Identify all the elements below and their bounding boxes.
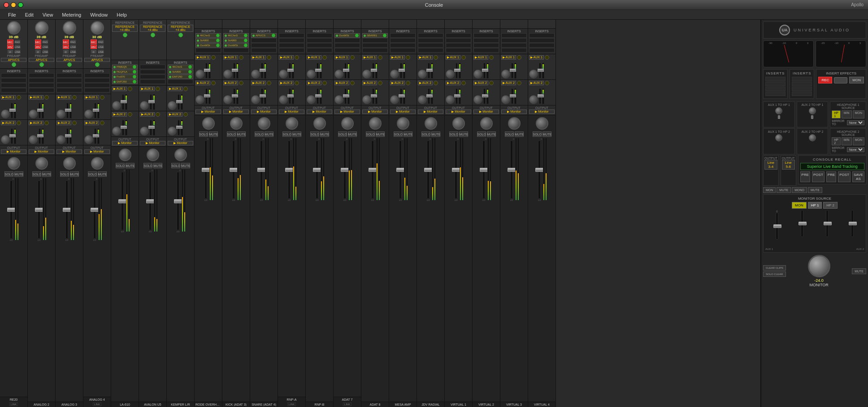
mute-button2[interactable]: MUTE (808, 187, 822, 193)
aux2-fader-17[interactable] (483, 88, 486, 104)
channel-knob-18[interactable] (508, 117, 521, 130)
mute-btn-4[interactable]: MUTE (126, 163, 135, 168)
mute-btn-5[interactable]: MUTE (153, 163, 162, 168)
mute-btn-13[interactable]: MUTE (376, 131, 385, 137)
aux1-fader-0[interactable] (11, 103, 13, 118)
aux1-fader-thumb-18[interactable] (510, 69, 516, 72)
aux1-power-0[interactable] (17, 95, 21, 100)
pad-btn-0[interactable]: PAD (14, 39, 21, 44)
aux2-knob-14[interactable] (390, 95, 399, 104)
insert-empty-13-2[interactable] (362, 43, 388, 48)
inv-btn-0[interactable]: LINK (14, 49, 21, 54)
channel-knob-3[interactable] (91, 157, 104, 170)
insert-empty-11-3[interactable] (307, 48, 332, 53)
aux1-power-9[interactable] (267, 55, 271, 60)
aux2-fader-19[interactable] (539, 88, 541, 104)
insert-empty-13-3[interactable] (362, 48, 388, 53)
aux2-fader-thumb-6[interactable] (176, 126, 182, 129)
pre-button2[interactable]: PRE (826, 171, 836, 182)
main-fader-3[interactable] (93, 180, 96, 239)
aux1-power-17[interactable] (489, 55, 494, 60)
menu-view[interactable]: View (38, 11, 58, 18)
mute-btn-12[interactable]: MUTE (348, 131, 357, 137)
insert-empty-19-2[interactable] (529, 43, 555, 48)
channels-scroll[interactable]: 39 dB MIC PAD 48V LINK ⊘ LINK PREAMP API… (0, 20, 760, 407)
aux1-fader-thumb-2[interactable] (65, 109, 71, 112)
main-fader-1[interactable] (38, 180, 40, 239)
rp-insert-slot-r2[interactable] (792, 82, 812, 86)
insert-empty-10-1[interactable] (279, 38, 304, 43)
insert-7-2[interactable]: OcnWSt (195, 43, 221, 48)
aux1-power-3[interactable] (100, 95, 104, 100)
aux1-fader-thumb-1[interactable] (37, 109, 43, 112)
aux2-fader-thumb-2[interactable] (65, 134, 71, 137)
aux1-fader-15[interactable] (428, 63, 430, 79)
aux1-fader-10[interactable] (289, 63, 291, 79)
aux1-fader-9[interactable] (261, 63, 263, 79)
ph-btn-2[interactable]: ⊘ (63, 49, 69, 54)
main-fader-0[interactable] (10, 180, 13, 239)
aux2-power-6[interactable] (183, 112, 188, 117)
hp2-min-btn[interactable]: MIN (842, 137, 852, 145)
aux1-power-13[interactable] (378, 55, 382, 60)
mon-fader-aux2-track[interactable] (801, 210, 803, 237)
aux1-fader-3[interactable] (94, 103, 96, 118)
mute-btn-2[interactable]: MUTE (70, 171, 79, 177)
insert-empty-18-1[interactable] (501, 38, 527, 43)
aux2-knob-3[interactable] (84, 135, 93, 144)
ie-mon-button[interactable]: MON (849, 77, 864, 83)
mon-src-hp2[interactable]: HP 2 (823, 202, 838, 209)
aux2-fader-thumb-4[interactable] (121, 126, 127, 129)
insert-empty-17-1[interactable] (473, 38, 499, 43)
main-fader-15[interactable] (427, 140, 430, 199)
insert-empty-12-1[interactable] (334, 38, 360, 43)
insert-empty-5-1[interactable] (140, 70, 165, 74)
aux2-fader-9[interactable] (261, 88, 263, 104)
insert-empty-3-2[interactable] (84, 83, 110, 88)
insert-empty-2-0[interactable] (56, 73, 82, 78)
aux2-fader-8[interactable] (233, 88, 235, 104)
link-btn-10[interactable]: LINK (287, 403, 296, 406)
ie-rec-button[interactable]: REC (818, 77, 832, 83)
insert-empty-14-0[interactable] (390, 33, 416, 38)
solo-btn-4[interactable]: SOLO (116, 163, 125, 168)
aux2-fader-thumb-14[interactable] (399, 94, 405, 97)
channel-knob-12[interactable] (341, 117, 354, 130)
aux2-fader-11[interactable] (317, 88, 319, 104)
insert-empty-12-2[interactable] (334, 43, 360, 48)
insert-13-0[interactable]: SBAR81 (362, 33, 388, 38)
aux2-hp2-knob[interactable] (809, 134, 816, 141)
insert-6-2[interactable]: EMT250 (168, 74, 193, 79)
hp2-btn[interactable]: HP 2 (832, 137, 841, 145)
solo-btn-0[interactable]: SOLO (4, 171, 13, 177)
inv-btn-1[interactable]: LINK (42, 49, 48, 54)
main-fader-10[interactable] (288, 140, 291, 199)
aux1-knob-9[interactable] (251, 70, 260, 79)
channel-knob-2[interactable] (63, 157, 76, 170)
insert-empty-15-0[interactable] (418, 33, 443, 38)
insert-empty-1-2[interactable] (29, 83, 54, 88)
aux2-power-1[interactable] (44, 121, 49, 125)
monitor-main-knob[interactable] (808, 255, 830, 277)
insert-empty-11-2[interactable] (307, 43, 332, 48)
hp1-mon-btn[interactable]: MON (853, 110, 864, 118)
insert-empty-14-1[interactable] (390, 38, 416, 43)
solo-btn-17[interactable]: SOLO (477, 131, 486, 137)
channel-knob-4[interactable] (119, 149, 131, 161)
save-as-button[interactable]: SAVE AS (852, 171, 864, 182)
channel-knob-7[interactable] (202, 117, 215, 130)
link-btn-0[interactable]: LINK (14, 44, 21, 49)
channel-knob-1[interactable] (35, 157, 48, 170)
aux2-power-3[interactable] (100, 121, 104, 125)
preamp-knob-2[interactable] (63, 21, 76, 35)
mute-btn-16[interactable]: MUTE (459, 131, 468, 137)
mute-button[interactable]: MUTE (777, 187, 791, 193)
preamp-knob-1[interactable] (35, 21, 48, 35)
aux2-fader-thumb-17[interactable] (482, 94, 488, 97)
aux2-knob-11[interactable] (307, 95, 316, 104)
mon-src-hp1[interactable]: HP 1 (808, 202, 822, 209)
aux2-fader-4[interactable] (122, 120, 124, 136)
insert-4-2[interactable]: Frc670 (112, 74, 138, 79)
insert-empty-19-3[interactable] (529, 48, 555, 53)
insert-6-0[interactable]: 4KChnS (168, 65, 193, 69)
